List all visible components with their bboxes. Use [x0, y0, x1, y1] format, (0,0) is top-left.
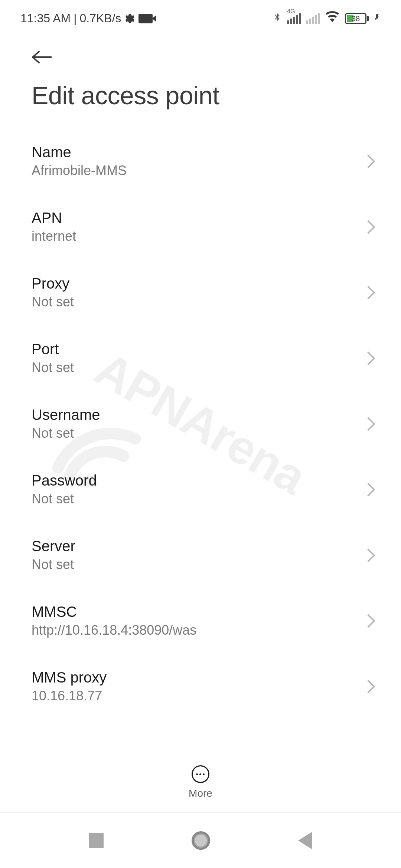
setting-mmsc[interactable]: MMSC http://10.16.18.4:38090/was [32, 588, 381, 654]
gear-icon [124, 13, 136, 24]
setting-title: MMS proxy [32, 669, 363, 686]
nav-back-button[interactable] [298, 832, 312, 849]
charging-bolt-icon [374, 11, 381, 25]
battery-percentage: 38 [352, 14, 360, 23]
back-arrow-icon [31, 50, 53, 65]
chevron-right-icon [362, 154, 375, 168]
setting-value: Not set [32, 491, 363, 507]
setting-title: Username [32, 407, 363, 423]
status-left: 11:35 AM | 0.7KB/s [20, 11, 153, 25]
signal-sim1-icon: 4G [287, 13, 301, 24]
chevron-right-icon [362, 220, 375, 234]
setting-title: MMSC [32, 604, 363, 620]
setting-title: Proxy [32, 275, 363, 292]
setting-title: APN [32, 210, 363, 226]
status-time: 11:35 AM [20, 11, 71, 25]
setting-port[interactable]: Port Not set [32, 325, 381, 391]
setting-value: Not set [32, 425, 363, 441]
setting-value: Not set [32, 360, 363, 375]
setting-server[interactable]: Server Not set [32, 522, 381, 588]
setting-proxy[interactable]: Proxy Not set [32, 260, 381, 325]
setting-username[interactable]: Username Not set [32, 391, 381, 457]
status-separator: | [74, 11, 76, 25]
chevron-right-icon [362, 286, 375, 299]
status-data-speed: 0.7KB/s [80, 11, 121, 25]
more-button[interactable]: More [189, 765, 212, 799]
navigation-bar [0, 812, 401, 868]
nav-recents-button[interactable] [89, 833, 104, 848]
chevron-right-icon [362, 548, 375, 562]
setting-title: Name [32, 144, 363, 161]
settings-list: Name Afrimobile-MMS APN internet Proxy N… [0, 128, 401, 719]
battery-icon: 38 [345, 13, 369, 24]
back-button[interactable] [0, 35, 401, 77]
nav-home-button[interactable] [192, 831, 210, 850]
setting-value: Not set [32, 294, 363, 310]
setting-password[interactable]: Password Not set [32, 457, 381, 522]
setting-value: Not set [32, 557, 363, 572]
more-label: More [189, 788, 212, 799]
setting-name[interactable]: Name Afrimobile-MMS [32, 128, 381, 194]
setting-title: Server [32, 538, 363, 555]
setting-value: Afrimobile-MMS [32, 163, 363, 178]
setting-value: 10.16.18.77 [32, 688, 363, 704]
wifi-icon [325, 9, 340, 27]
setting-title: Port [32, 341, 363, 358]
chevron-right-icon [362, 417, 375, 431]
bluetooth-icon [273, 11, 282, 26]
signal-sim2-icon [306, 13, 320, 24]
setting-mms-proxy[interactable]: MMS proxy 10.16.18.77 [32, 654, 381, 719]
camera-icon [138, 14, 153, 23]
more-icon [192, 765, 209, 783]
setting-title: Password [32, 472, 363, 489]
chevron-right-icon [362, 483, 375, 496]
chevron-right-icon [362, 614, 375, 628]
setting-value: internet [32, 228, 363, 244]
status-right: 4G 38 [273, 9, 381, 27]
status-bar: 11:35 AM | 0.7KB/s 4G [0, 0, 401, 35]
chevron-right-icon [362, 351, 375, 365]
chevron-right-icon [362, 680, 375, 693]
setting-value: http://10.16.18.4:38090/was [32, 622, 363, 638]
setting-apn[interactable]: APN internet [32, 194, 381, 260]
signal-4g-label: 4G [287, 8, 295, 15]
page-title: Edit access point [0, 77, 401, 128]
bottom-action-bar: More [0, 756, 401, 812]
